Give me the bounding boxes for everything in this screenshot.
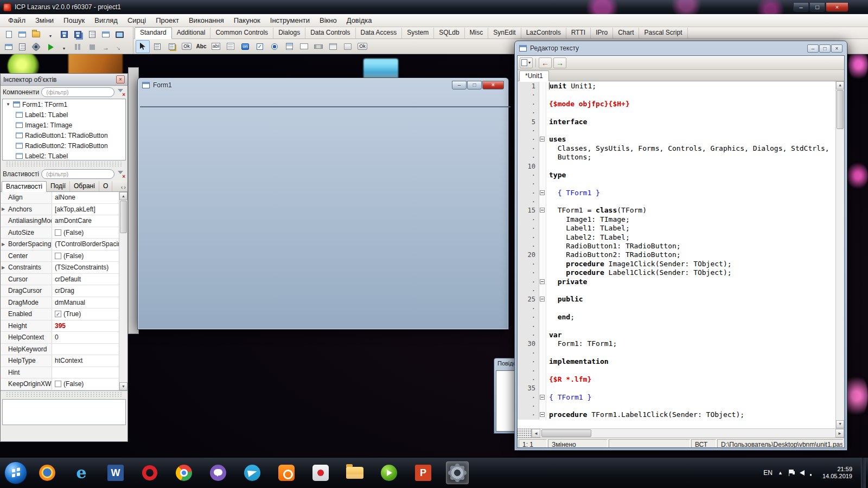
fold-toggle-icon[interactable] xyxy=(540,279,545,284)
popup-menu-component-button[interactable] xyxy=(165,40,179,53)
code-line[interactable]: · RadioButton1: TRadioButton; xyxy=(518,242,835,251)
scroll-right-icon[interactable]: ► xyxy=(835,429,844,438)
inspector-tab[interactable]: Властивості xyxy=(2,181,47,192)
powerpoint-taskbar-button[interactable]: P xyxy=(412,461,435,484)
code-line[interactable]: · xyxy=(518,126,835,135)
property-row[interactable]: AntialiasingModeamDontCare xyxy=(1,215,119,227)
clear-filter-icon[interactable] xyxy=(117,88,125,97)
check-box-component-button[interactable]: ✓ xyxy=(253,40,267,53)
code-line[interactable]: 30 Form1: TForm1; xyxy=(518,339,835,348)
fold-toggle-icon[interactable] xyxy=(540,190,545,195)
view-units-button[interactable] xyxy=(86,29,99,40)
tabs-scroll-left-icon[interactable]: ‹ xyxy=(121,184,123,190)
combo-box-component-button[interactable] xyxy=(297,40,311,53)
code-line[interactable]: 5interface xyxy=(518,118,835,126)
property-value[interactable]: ✓(True) xyxy=(52,310,119,318)
property-row[interactable]: Hint xyxy=(1,367,119,379)
inspector-tab[interactable]: Обрані xyxy=(70,181,99,191)
code-line[interactable]: · Label1: TLabel; xyxy=(518,224,835,233)
view-windows-button[interactable] xyxy=(16,41,29,53)
checkbox-icon[interactable] xyxy=(55,229,61,236)
settings-gear-taskbar-button[interactable] xyxy=(446,461,469,484)
fold-toggle-icon[interactable] xyxy=(540,137,545,142)
palette-tab[interactable]: Standard xyxy=(135,27,172,39)
open-button[interactable] xyxy=(29,29,42,40)
code-line[interactable]: · xyxy=(518,91,835,99)
new-window-button[interactable] xyxy=(2,41,15,53)
palette-tab[interactable]: SQLdb xyxy=(434,28,464,38)
checkbox-icon[interactable]: ✓ xyxy=(55,311,61,317)
palette-tab[interactable]: IPro xyxy=(591,28,613,38)
word-taskbar-button[interactable]: W xyxy=(104,461,127,484)
close-button[interactable]: × xyxy=(831,44,843,53)
palette-tab[interactable]: Misc xyxy=(465,28,489,38)
code-line[interactable]: ·uses xyxy=(518,135,835,144)
minimize-button[interactable]: – xyxy=(452,81,467,89)
fold-toggle-icon[interactable] xyxy=(540,395,545,400)
scrollbar-thumb[interactable] xyxy=(837,90,844,129)
object-inspector-title-bar[interactable]: Інспектор об'єктів × xyxy=(1,74,127,86)
code-line[interactable]: · xyxy=(518,108,835,117)
save-button[interactable] xyxy=(58,29,71,40)
code-line[interactable]: · xyxy=(518,286,835,295)
menu-item[interactable]: Файл xyxy=(3,14,30,27)
network-icon[interactable] xyxy=(810,470,817,476)
menu-item[interactable]: Виконання xyxy=(184,14,229,27)
opera-taskbar-button[interactable] xyxy=(138,461,161,484)
properties-filter-input[interactable]: (фільтр) xyxy=(41,169,114,179)
fold-toggle-icon[interactable] xyxy=(540,297,545,301)
property-row[interactable]: ▶Anchors[akTop,akLeft] xyxy=(1,204,119,216)
maximize-button[interactable]: □ xyxy=(809,2,825,12)
code-line[interactable]: · xyxy=(518,197,835,206)
code-line[interactable]: 35 xyxy=(518,384,835,393)
code-line[interactable]: ·procedure TForm1.Label1Click(Sender: TO… xyxy=(518,410,835,419)
expand-arrow-icon[interactable]: ▼ xyxy=(6,102,11,107)
property-value[interactable]: crDefault xyxy=(52,275,119,283)
inspector-tab[interactable]: О xyxy=(99,181,112,191)
property-value[interactable]: htContext xyxy=(52,357,119,364)
code-line[interactable]: ·{$R *.lfm} xyxy=(518,375,835,384)
property-row[interactable]: ▶Constraints(TSizeConstraints) xyxy=(1,262,119,274)
code-line[interactable]: ·type xyxy=(518,171,835,179)
property-row[interactable]: KeepOriginXWhenClipped(False) xyxy=(1,378,119,390)
volume-icon[interactable] xyxy=(800,470,805,476)
menu-item[interactable]: Пошук xyxy=(59,14,90,27)
radio-button-component-button[interactable] xyxy=(267,40,282,53)
checkbox-icon[interactable] xyxy=(55,253,61,259)
editor-title-bar[interactable]: Редактор тексту – □ × xyxy=(515,41,847,55)
palette-tab[interactable]: Common Controls xyxy=(210,28,273,38)
splitter[interactable] xyxy=(6,162,122,166)
code-line[interactable]: ·implementation xyxy=(518,357,835,366)
minimize-button[interactable]: – xyxy=(793,2,809,12)
language-indicator[interactable]: EN xyxy=(763,469,773,477)
view-forms-button[interactable] xyxy=(99,29,112,40)
property-row[interactable]: DragModedmManual xyxy=(1,297,119,309)
code-line[interactable]: · xyxy=(518,304,835,313)
property-row[interactable]: HelpTypehtContext xyxy=(1,355,119,367)
palette-tab[interactable]: System xyxy=(402,28,434,38)
property-row[interactable]: AutoSize(False) xyxy=(1,227,119,239)
code-line[interactable]: · xyxy=(518,349,835,357)
code-line[interactable]: ·{$mode objfpc}{$H+} xyxy=(518,100,835,108)
property-row[interactable]: DragCursorcrDrag xyxy=(1,285,119,297)
menu-item[interactable]: Інструменти xyxy=(265,14,315,27)
code-line[interactable]: 25 public xyxy=(518,295,835,304)
code-line[interactable]: · end; xyxy=(518,313,835,322)
property-value[interactable]: crDrag xyxy=(52,287,119,294)
scroll-up-icon[interactable]: ▲ xyxy=(836,81,844,89)
close-button[interactable]: × xyxy=(482,81,504,89)
palette-tab[interactable]: Data Controls xyxy=(305,28,355,38)
pause-button[interactable] xyxy=(71,41,84,53)
telegram-taskbar-button[interactable] xyxy=(241,461,264,484)
stop-button[interactable] xyxy=(86,41,99,53)
viber-taskbar-button[interactable] xyxy=(207,461,229,484)
property-row[interactable]: HelpContext0 xyxy=(1,332,119,344)
run-button[interactable] xyxy=(44,41,57,53)
step-into-button[interactable] xyxy=(113,41,126,53)
property-grid-scrollbar[interactable]: ▲ ▼ xyxy=(119,192,127,390)
component-tree-item[interactable]: RadioButton1: TRadioButton xyxy=(3,130,125,140)
button-component-button[interactable]: Ok xyxy=(180,40,194,53)
component-tree-item[interactable]: RadioButton2: TRadioButton xyxy=(3,140,125,151)
jump-back-button[interactable]: ← xyxy=(539,57,552,68)
palette-tab[interactable]: Chart xyxy=(613,28,639,38)
